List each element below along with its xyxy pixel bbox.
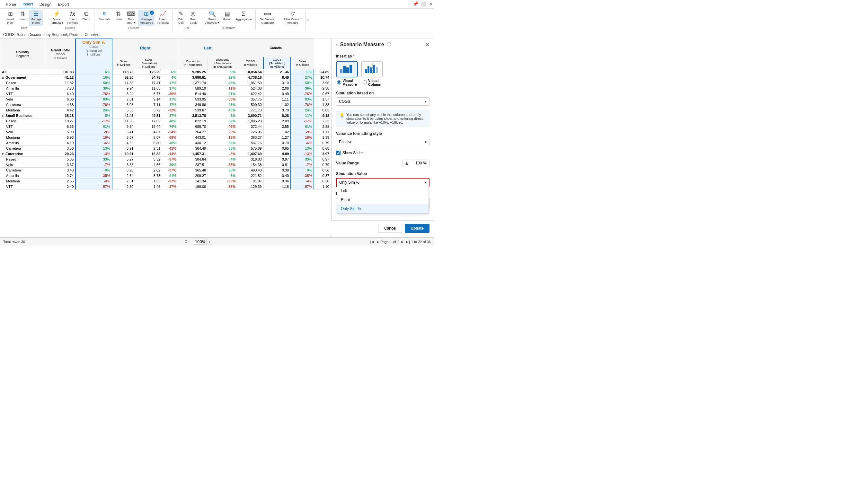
- cogs-can-sim-cell[interactable]: -13%: [291, 151, 314, 156]
- cogs-can-sim-cell[interactable]: 27%: [291, 75, 314, 80]
- panel-info-icon[interactable]: ⓘ: [387, 42, 391, 48]
- pin-icon[interactable]: 📌: [413, 1, 418, 6]
- prev-page-button[interactable]: ◄: [375, 240, 379, 244]
- visual-measure-option[interactable]: Visual Measure: [336, 61, 358, 86]
- sim-pct-cell[interactable]: 50%: [76, 80, 112, 85]
- next-page-button[interactable]: ►: [400, 240, 404, 244]
- data-input-button[interactable]: ⌨ DataInput ▾: [125, 10, 138, 26]
- table-area[interactable]: CountrySegment Grand TotalCOGSin Million…: [0, 38, 331, 246]
- aggregation-button[interactable]: Σ Aggregation: [234, 10, 253, 26]
- tab-insert[interactable]: Insert: [19, 1, 36, 8]
- goal-seek-button[interactable]: ◎ GoalSeek: [187, 10, 199, 26]
- cancel-button[interactable]: Cancel: [378, 224, 402, 233]
- cogs-can-sim-cell[interactable]: 13%: [291, 145, 314, 151]
- last-page-button[interactable]: ►|: [405, 240, 410, 244]
- sim-pct-cell[interactable]: 13%: [76, 145, 112, 151]
- variance-dropdown[interactable]: Positive ▾: [336, 138, 429, 146]
- cogs-can-sim-cell[interactable]: -7%: [291, 162, 314, 167]
- invert2-button[interactable]: ⇅ Invert: [113, 10, 124, 26]
- show-slider-checkbox[interactable]: [336, 151, 340, 155]
- zoom-plus-button[interactable]: +: [208, 240, 211, 244]
- simulate-button[interactable]: ≋ Simulate: [97, 10, 112, 26]
- cogs-can-sim-cell[interactable]: 33%: [291, 156, 314, 162]
- zoom-input[interactable]: [194, 239, 206, 245]
- expand-icon[interactable]: ⊟: [2, 76, 4, 79]
- set-version-compare-button[interactable]: ⟺ Set VersionCompare: [258, 10, 277, 26]
- insert-formula-button[interactable]: fx InsertFormula: [65, 10, 80, 26]
- cogs-can-sim-cell[interactable]: 83%: [291, 96, 314, 102]
- sim-pct-cell[interactable]: -6%: [76, 140, 112, 145]
- sim-pct-cell[interactable]: 61%: [76, 124, 112, 129]
- sim-pct-cell[interactable]: 9%: [76, 167, 112, 173]
- ribbon-nav-arrow[interactable]: ›: [306, 10, 310, 30]
- sim-pct-cell[interactable]: -3%: [76, 151, 112, 156]
- cogs-can-sim-cell[interactable]: 24%: [291, 107, 314, 113]
- panel-back-button[interactable]: ‹: [336, 42, 338, 47]
- visual-measure-radio[interactable]: [337, 80, 341, 84]
- sim-pct-cell[interactable]: 16%: [76, 75, 112, 80]
- sim-pct-cell[interactable]: 33%: [76, 156, 112, 162]
- sim-pct-cell[interactable]: -76%: [76, 102, 112, 107]
- sim-pct-cell[interactable]: -35%: [76, 173, 112, 178]
- tab-export[interactable]: Export: [55, 1, 72, 8]
- invert-button[interactable]: ⇅ Invert: [17, 10, 28, 26]
- zoom-minus-button[interactable]: −: [190, 240, 192, 244]
- sim-based-on-dropdown[interactable]: COGS ▾: [336, 97, 429, 106]
- sim-pct-cell[interactable]: 24%: [76, 107, 112, 113]
- sim-option-right[interactable]: Right: [337, 195, 428, 204]
- cogs-can-sim-cell[interactable]: 11%: [291, 69, 314, 75]
- cogs-can-sim-cell[interactable]: -76%: [291, 91, 314, 96]
- cogs-can-sim-cell[interactable]: -4%: [291, 178, 314, 184]
- cogs-can-sim-cell[interactable]: 61%: [291, 124, 314, 129]
- sim-option-left[interactable]: Left: [337, 186, 428, 195]
- sim-pct-cell[interactable]: 5%: [76, 113, 112, 118]
- sim-pct-cell[interactable]: -4%: [76, 178, 112, 184]
- sim-pct-cell[interactable]: -7%: [76, 162, 112, 167]
- restore-icon[interactable]: ⬜: [421, 1, 426, 6]
- cogs-can-sim-cell[interactable]: -17%: [291, 118, 314, 124]
- breadcrumb: COGS, Sales, Discounts by Segment, Produ…: [0, 31, 434, 38]
- sim-pct-cell[interactable]: -9%: [76, 129, 112, 135]
- manage-rows-button[interactable]: ☰ ManageRows: [29, 10, 43, 26]
- visual-column-radio[interactable]: [363, 80, 367, 84]
- cogs-can-sim-cell[interactable]: -16%: [291, 135, 314, 140]
- sim-pct-cell[interactable]: 6%: [76, 69, 112, 75]
- cogs-can-sim-cell[interactable]: 39%: [291, 85, 314, 91]
- filter-context-measure-button[interactable]: ▽ Filter ContextMeasure: [282, 10, 303, 26]
- sim-pct-cell[interactable]: 83%: [76, 96, 112, 102]
- expand-icon[interactable]: ⊟: [2, 152, 4, 156]
- cogs-can-sim-cell[interactable]: 9%: [291, 167, 314, 173]
- insert-forecast-button[interactable]: 📈 InsertForecast: [155, 10, 170, 26]
- sim-pct-cell[interactable]: 39%: [76, 85, 112, 91]
- tab-home[interactable]: Home: [3, 1, 19, 8]
- smart-analysis-button[interactable]: 🔍 SmartAnalysis ▾: [204, 10, 221, 26]
- cogs-can-sim-cell[interactable]: -6%: [291, 140, 314, 145]
- sim-value-dropdown-trigger[interactable]: Only Sim % ▾: [337, 178, 429, 186]
- cogs-can-sim-cell[interactable]: -9%: [291, 129, 314, 135]
- blend-button[interactable]: ⧉ Blend: [81, 10, 92, 26]
- value-range-input[interactable]: [409, 161, 422, 165]
- expand-icon[interactable]: ⊟: [2, 114, 4, 118]
- close-icon[interactable]: ✕: [429, 1, 433, 6]
- visual-column-option[interactable]: Visual Column: [361, 61, 383, 86]
- cogs-can-sim-cell[interactable]: 50%: [291, 80, 314, 85]
- cogs-can-sim-cell[interactable]: 11%: [291, 113, 314, 118]
- sim-pct-cell[interactable]: -17%: [76, 118, 112, 124]
- update-button[interactable]: Update: [405, 224, 429, 233]
- first-page-button[interactable]: |◄: [370, 240, 374, 244]
- tab-design[interactable]: Design: [36, 1, 55, 8]
- cogs-can-sim-cell[interactable]: -76%: [291, 102, 314, 107]
- cogs-can-sim-cell[interactable]: -57%: [291, 184, 314, 189]
- quick-formula-button[interactable]: ⚡ QuickFormula ▾: [48, 10, 64, 26]
- cogs-can-sim-cell[interactable]: -35%: [291, 173, 314, 178]
- panel-close-button[interactable]: ✕: [425, 42, 429, 48]
- edit-cell-button[interactable]: ✎ EditCell: [175, 10, 187, 26]
- settings-icon[interactable]: ⚙: [185, 239, 188, 244]
- sim-option-only-sim-pct[interactable]: Only Sim %: [337, 204, 428, 213]
- sim-pct-cell[interactable]: -76%: [76, 91, 112, 96]
- group-button[interactable]: ▤ Group: [221, 10, 233, 26]
- sim-pct-cell[interactable]: -57%: [76, 184, 112, 189]
- sales-cell: 8.24: [112, 91, 135, 96]
- insert-row-button[interactable]: ⊞ InsertRow: [4, 10, 16, 26]
- sim-pct-cell[interactable]: -16%: [76, 135, 112, 140]
